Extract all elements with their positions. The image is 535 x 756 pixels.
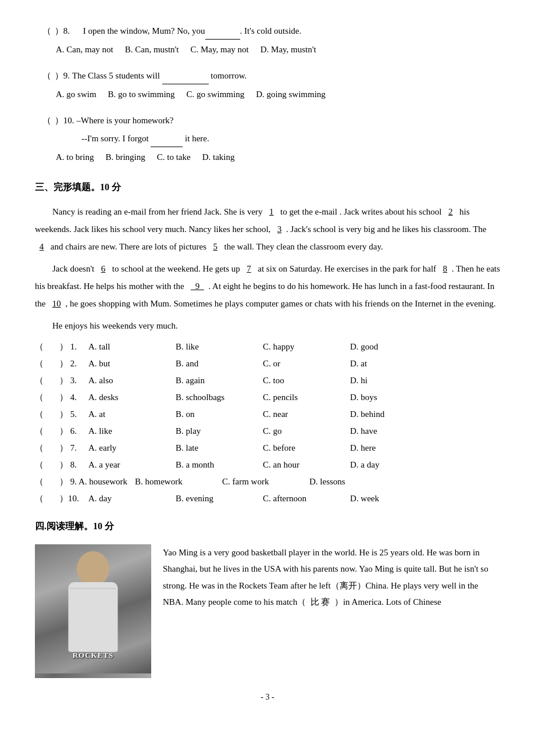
q8-num: ）8. — [52, 23, 70, 39]
mc10-C: C. afternoon — [263, 491, 333, 507]
mc10-A: A. day — [88, 491, 158, 507]
mc4-D: D. boys — [350, 390, 420, 405]
q10-bracket: （ — [35, 113, 51, 129]
mc6-B: B. play — [176, 423, 245, 439]
q9-choiceD: D. going swimming — [256, 87, 326, 102]
mc-list: （ ） 1. A. tall B. like C. happy D. good … — [35, 339, 500, 507]
q10-choiceA: A. to bring — [56, 149, 94, 165]
mc6-A: A. like — [88, 423, 158, 439]
mc2-B: B. and — [176, 356, 245, 372]
mc-row-9: （ ） 9. A. housework B. homework C. farm … — [35, 474, 500, 490]
section-4: 四.阅读理解。10 分 ROCKETS — [35, 518, 500, 678]
q8-choiceD: D. May, mustn't — [261, 42, 316, 58]
q9-bracket: （ — [35, 68, 51, 84]
image-inner: ROCKETS — [35, 544, 151, 678]
q10-line: （ ）10. –Where is your homework? — [35, 113, 500, 129]
q9-choiceC: C. go swimming — [187, 87, 245, 102]
mc3-C: C. too — [263, 373, 333, 388]
mc-row-2: （ ） 2. A. but B. and C. or D. at — [35, 356, 500, 372]
mc8-B: B. a month — [176, 457, 245, 473]
mc5-B: B. on — [176, 406, 245, 422]
q8-choices: A. Can, may not B. Can, mustn't C. May, … — [56, 42, 500, 58]
mc-row-1: （ ） 1. A. tall B. like C. happy D. good — [35, 339, 500, 355]
section4-title: 四.阅读理解。10 分 — [35, 518, 500, 535]
mc8-A: A. a year — [88, 457, 158, 473]
q9-choiceB: B. go to swimming — [108, 87, 175, 102]
mc7-B: B. late — [176, 440, 245, 456]
q8-text: I open the window, Mum? No, you . It's c… — [72, 23, 500, 40]
mc7-C: C. before — [263, 440, 333, 456]
mc4-B: B. schoolbags — [176, 390, 245, 405]
mc2-C: C. or — [263, 356, 333, 372]
mc5-C: C. near — [263, 406, 333, 422]
section3-title: 三、完形填题。10 分 — [35, 179, 500, 196]
passage-1: Nancy is reading an e-mail from her frie… — [35, 203, 500, 255]
mc-row-8: （ ） 8. A. a year B. a month C. an hour D… — [35, 457, 500, 473]
mc9-D: D. lessons — [309, 474, 379, 490]
mc2-A: A. but — [88, 356, 158, 372]
mc-row-6: （ ） 6. A. like B. play C. go D. have — [35, 423, 500, 439]
q10-subtext: --I'm sorry. I forgot it here. — [81, 131, 500, 147]
q8-line: （ ）8. I open the window, Mum? No, you . … — [35, 23, 500, 40]
mc1-C: C. happy — [263, 339, 333, 355]
reading-content: ROCKETS Yao Ming is a very good basketba… — [35, 544, 500, 678]
mc9-C: C. farm work — [222, 474, 292, 490]
mc9-num: ） 9. A. housework — [59, 474, 135, 490]
mc3-B: B. again — [176, 373, 245, 388]
question-10: （ ）10. –Where is your homework? --I'm so… — [35, 113, 500, 165]
q10-choiceC: C. to take — [157, 149, 191, 165]
mc2-D: D. at — [350, 356, 420, 372]
q8-choiceB: B. Can, mustn't — [125, 42, 179, 58]
mc1-D: D. good — [350, 339, 420, 355]
mc1-A: A. tall — [88, 339, 158, 355]
mc-row-5: （ ） 5. A. at B. on C. near D. behind — [35, 406, 500, 422]
mc6-D: D. have — [350, 423, 420, 439]
q10-choiceD: D. taking — [202, 149, 235, 165]
mc4-C: C. pencils — [263, 390, 333, 405]
mc9-B: B. homework — [135, 474, 205, 490]
mc7-D: D. here — [350, 440, 420, 456]
mc-row-3: （ ） 3. A. also B. again C. too D. hi — [35, 373, 500, 388]
mc5-A: A. at — [88, 406, 158, 422]
question-8: （ ）8. I open the window, Mum? No, you . … — [35, 23, 500, 58]
mc8-D: D. a day — [350, 457, 420, 473]
q8-choiceA: A. Can, may not — [56, 42, 113, 58]
mc8-C: C. an hour — [263, 457, 333, 473]
mc3-A: A. also — [88, 373, 158, 388]
page-number: - 3 - — [35, 690, 500, 704]
q9-choiceA: A. go swim — [56, 87, 97, 102]
mc-row-10: （ ）10. A. day B. evening C. afternoon D.… — [35, 491, 500, 507]
mc1-B: B. like — [176, 339, 245, 355]
q9-num: ）9. — [52, 68, 70, 84]
mc10-D: D. week — [350, 491, 420, 507]
mc10-B: B. evening — [176, 491, 245, 507]
question-9: （ ）9. The Class 5 students will tomorrow… — [35, 68, 500, 102]
q8-bracket: （ — [35, 23, 51, 39]
q10-choices: A. to bring B. bringing C. to take D. ta… — [56, 149, 500, 165]
yao-ming-image: ROCKETS — [35, 544, 151, 678]
passage-3: He enjoys his weekends very much. — [35, 317, 500, 334]
mc3-D: D. hi — [350, 373, 420, 388]
mc7-A: A. early — [88, 440, 158, 456]
mc5-D: D. behind — [350, 406, 420, 422]
section-3: 三、完形填题。10 分 Nancy is reading an e-mail f… — [35, 179, 500, 507]
passage-2: Jack doesn't 6 to school at the weekend.… — [35, 260, 500, 312]
q8-choiceC: C. May, may not — [190, 42, 248, 58]
mc4-A: A. desks — [88, 390, 158, 405]
rockets-label: ROCKETS — [73, 647, 114, 663]
reading-text: Yao Ming is a very good basketball playe… — [163, 544, 500, 611]
q10-num: ）10. — [52, 113, 74, 129]
mc-row-4: （ ） 4. A. desks B. schoolbags C. pencils… — [35, 390, 500, 405]
q9-line: （ ）9. The Class 5 students will tomorrow… — [35, 68, 500, 84]
q10-text: –Where is your homework? — [77, 113, 501, 129]
mc-row-7: （ ） 7. A. early B. late C. before D. her… — [35, 440, 500, 456]
q9-text: The Class 5 students will tomorrow. — [72, 68, 500, 84]
q9-choices: A. go swim B. go to swimming C. go swimm… — [56, 87, 500, 102]
mc6-C: C. go — [263, 423, 333, 439]
q10-choiceB: B. bringing — [105, 149, 145, 165]
